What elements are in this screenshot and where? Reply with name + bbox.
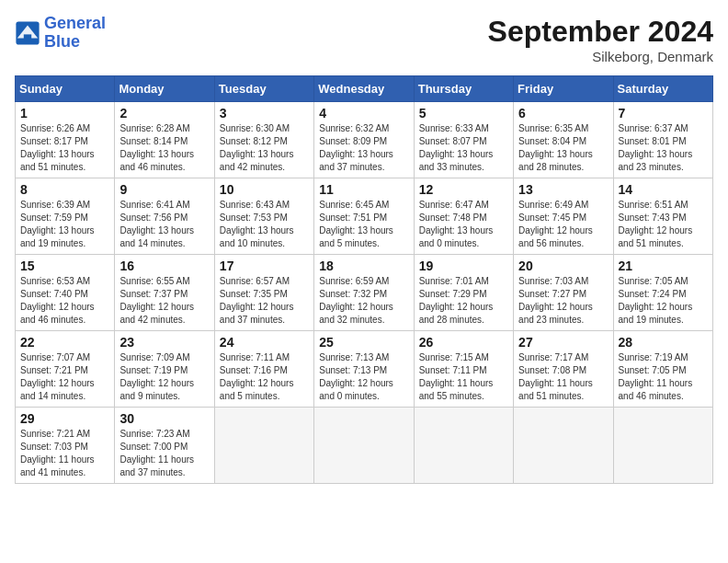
day-info: Sunrise: 6:33 AM Sunset: 8:07 PM Dayligh… xyxy=(419,122,508,174)
calendar-day: 15Sunrise: 6:53 AM Sunset: 7:40 PM Dayli… xyxy=(16,255,115,331)
svg-rect-2 xyxy=(24,34,31,40)
day-number: 25 xyxy=(319,335,408,350)
day-number: 9 xyxy=(119,182,209,197)
calendar-week-3: 15Sunrise: 6:53 AM Sunset: 7:40 PM Dayli… xyxy=(16,255,713,331)
day-number: 15 xyxy=(20,259,109,273)
day-info: Sunrise: 7:07 AM Sunset: 7:21 PM Dayligh… xyxy=(20,351,109,403)
day-info: Sunrise: 6:53 AM Sunset: 7:40 PM Dayligh… xyxy=(20,275,109,327)
calendar-day: 22Sunrise: 7:07 AM Sunset: 7:21 PM Dayli… xyxy=(16,331,115,408)
day-info: Sunrise: 7:21 AM Sunset: 7:03 PM Dayligh… xyxy=(20,428,109,479)
calendar-table: SundayMondayTuesdayWednesdayThursdayFrid… xyxy=(15,75,713,484)
day-info: Sunrise: 6:59 AM Sunset: 7:32 PM Dayligh… xyxy=(319,275,408,327)
day-info: Sunrise: 7:13 AM Sunset: 7:13 PM Dayligh… xyxy=(319,351,408,403)
header-monday: Monday xyxy=(115,76,214,102)
calendar-day: 25Sunrise: 7:13 AM Sunset: 7:13 PM Dayli… xyxy=(314,331,414,408)
calendar-day: 26Sunrise: 7:15 AM Sunset: 7:11 PM Dayli… xyxy=(414,331,513,408)
day-info: Sunrise: 6:39 AM Sunset: 7:59 PM Dayligh… xyxy=(20,199,109,250)
day-info: Sunrise: 6:51 AM Sunset: 7:43 PM Dayligh… xyxy=(619,199,708,250)
day-info: Sunrise: 6:57 AM Sunset: 7:35 PM Dayligh… xyxy=(220,275,309,327)
calendar-day: 24Sunrise: 7:11 AM Sunset: 7:16 PM Dayli… xyxy=(214,331,313,408)
calendar-week-1: 1Sunrise: 6:26 AM Sunset: 8:17 PM Daylig… xyxy=(16,102,713,178)
title-block: September 2024 Silkeborg, Denmark xyxy=(488,15,713,64)
day-number: 1 xyxy=(20,106,109,121)
day-info: Sunrise: 6:30 AM Sunset: 8:12 PM Dayligh… xyxy=(220,122,309,174)
day-info: Sunrise: 6:43 AM Sunset: 7:53 PM Dayligh… xyxy=(220,199,309,250)
calendar-day: 28Sunrise: 7:19 AM Sunset: 7:05 PM Dayli… xyxy=(613,331,712,408)
calendar-day xyxy=(314,408,414,484)
calendar-day: 1Sunrise: 6:26 AM Sunset: 8:17 PM Daylig… xyxy=(16,102,115,178)
calendar-day: 3Sunrise: 6:30 AM Sunset: 8:12 PM Daylig… xyxy=(214,102,313,178)
calendar-day: 19Sunrise: 7:01 AM Sunset: 7:29 PM Dayli… xyxy=(414,255,513,331)
header-wednesday: Wednesday xyxy=(314,76,414,102)
day-info: Sunrise: 7:03 AM Sunset: 7:27 PM Dayligh… xyxy=(518,275,608,327)
header-sunday: Sunday xyxy=(16,76,115,102)
calendar-day: 17Sunrise: 6:57 AM Sunset: 7:35 PM Dayli… xyxy=(214,255,313,331)
day-number: 3 xyxy=(220,106,309,121)
month-title: September 2024 xyxy=(488,15,713,49)
calendar-week-5: 29Sunrise: 7:21 AM Sunset: 7:03 PM Dayli… xyxy=(16,408,713,484)
day-info: Sunrise: 6:45 AM Sunset: 7:51 PM Dayligh… xyxy=(319,199,408,250)
day-info: Sunrise: 7:09 AM Sunset: 7:19 PM Dayligh… xyxy=(119,351,209,403)
calendar-day: 4Sunrise: 6:32 AM Sunset: 8:09 PM Daylig… xyxy=(314,102,414,178)
day-number: 30 xyxy=(119,411,209,426)
calendar-day xyxy=(214,408,313,484)
header-saturday: Saturday xyxy=(613,76,712,102)
day-number: 8 xyxy=(20,182,109,197)
logo: General Blue xyxy=(15,15,106,52)
day-info: Sunrise: 7:01 AM Sunset: 7:29 PM Dayligh… xyxy=(419,275,508,327)
day-number: 5 xyxy=(419,106,508,121)
day-number: 14 xyxy=(619,182,708,197)
calendar-header-row: SundayMondayTuesdayWednesdayThursdayFrid… xyxy=(16,76,713,102)
calendar-day: 30Sunrise: 7:23 AM Sunset: 7:00 PM Dayli… xyxy=(115,408,214,484)
day-number: 23 xyxy=(119,335,209,350)
location: Silkeborg, Denmark xyxy=(488,49,713,64)
calendar-day: 6Sunrise: 6:35 AM Sunset: 8:04 PM Daylig… xyxy=(514,102,613,178)
day-number: 18 xyxy=(319,259,408,273)
day-number: 6 xyxy=(518,106,608,121)
day-number: 29 xyxy=(20,411,109,426)
day-info: Sunrise: 6:47 AM Sunset: 7:48 PM Dayligh… xyxy=(419,199,508,250)
calendar-day: 5Sunrise: 6:33 AM Sunset: 8:07 PM Daylig… xyxy=(414,102,513,178)
calendar-day: 29Sunrise: 7:21 AM Sunset: 7:03 PM Dayli… xyxy=(16,408,115,484)
day-number: 2 xyxy=(119,106,209,121)
header-thursday: Thursday xyxy=(414,76,513,102)
day-info: Sunrise: 6:37 AM Sunset: 8:01 PM Dayligh… xyxy=(619,122,708,174)
calendar-day: 16Sunrise: 6:55 AM Sunset: 7:37 PM Dayli… xyxy=(115,255,214,331)
calendar-week-4: 22Sunrise: 7:07 AM Sunset: 7:21 PM Dayli… xyxy=(16,331,713,408)
day-number: 27 xyxy=(518,335,608,350)
day-number: 7 xyxy=(619,106,708,121)
page-header: General Blue September 2024 Silkeborg, D… xyxy=(15,15,713,64)
header-tuesday: Tuesday xyxy=(214,76,313,102)
day-number: 4 xyxy=(319,106,408,121)
header-friday: Friday xyxy=(514,76,613,102)
calendar-day: 13Sunrise: 6:49 AM Sunset: 7:45 PM Dayli… xyxy=(514,178,613,255)
day-info: Sunrise: 6:41 AM Sunset: 7:56 PM Dayligh… xyxy=(119,199,209,250)
day-info: Sunrise: 6:55 AM Sunset: 7:37 PM Dayligh… xyxy=(119,275,209,327)
calendar-day: 9Sunrise: 6:41 AM Sunset: 7:56 PM Daylig… xyxy=(115,178,214,255)
calendar-day: 18Sunrise: 6:59 AM Sunset: 7:32 PM Dayli… xyxy=(314,255,414,331)
logo-text: General Blue xyxy=(44,15,106,52)
calendar-week-2: 8Sunrise: 6:39 AM Sunset: 7:59 PM Daylig… xyxy=(16,178,713,255)
day-info: Sunrise: 7:19 AM Sunset: 7:05 PM Dayligh… xyxy=(619,351,708,403)
day-number: 24 xyxy=(220,335,309,350)
day-number: 26 xyxy=(419,335,508,350)
day-number: 13 xyxy=(518,182,608,197)
day-number: 28 xyxy=(619,335,708,350)
calendar-day: 8Sunrise: 6:39 AM Sunset: 7:59 PM Daylig… xyxy=(16,178,115,255)
day-info: Sunrise: 7:11 AM Sunset: 7:16 PM Dayligh… xyxy=(220,351,309,403)
day-number: 17 xyxy=(220,259,309,273)
day-number: 16 xyxy=(119,259,209,273)
calendar-day: 11Sunrise: 6:45 AM Sunset: 7:51 PM Dayli… xyxy=(314,178,414,255)
day-number: 11 xyxy=(319,182,408,197)
day-info: Sunrise: 6:49 AM Sunset: 7:45 PM Dayligh… xyxy=(518,199,608,250)
day-info: Sunrise: 6:35 AM Sunset: 8:04 PM Dayligh… xyxy=(518,122,608,174)
day-info: Sunrise: 6:26 AM Sunset: 8:17 PM Dayligh… xyxy=(20,122,109,174)
calendar-day: 27Sunrise: 7:17 AM Sunset: 7:08 PM Dayli… xyxy=(514,331,613,408)
day-number: 12 xyxy=(419,182,508,197)
day-number: 20 xyxy=(518,259,608,273)
calendar-day: 12Sunrise: 6:47 AM Sunset: 7:48 PM Dayli… xyxy=(414,178,513,255)
calendar-day xyxy=(514,408,613,484)
logo-icon xyxy=(15,20,40,46)
day-info: Sunrise: 7:15 AM Sunset: 7:11 PM Dayligh… xyxy=(419,351,508,403)
day-info: Sunrise: 7:17 AM Sunset: 7:08 PM Dayligh… xyxy=(518,351,608,403)
